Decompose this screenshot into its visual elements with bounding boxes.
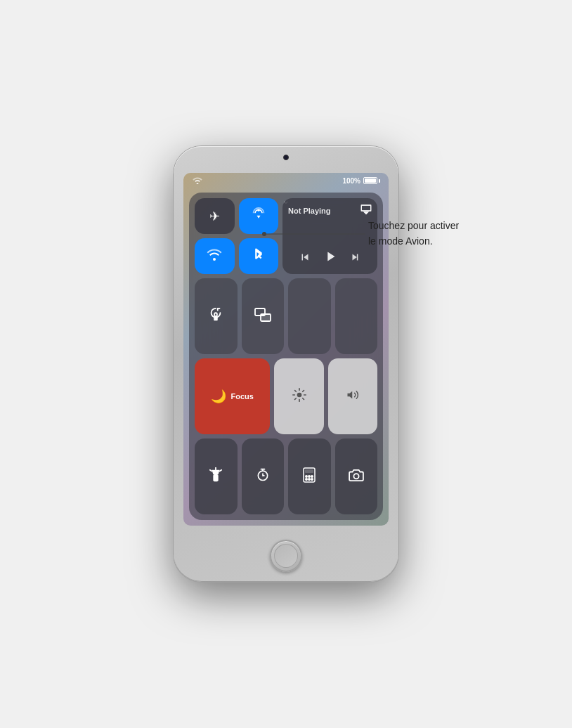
ipod-touch-device: 100% ⌄ [174, 146, 398, 582]
svg-line-19 [210, 469, 212, 471]
svg-line-9 [294, 391, 296, 392]
brightness-icon [292, 388, 306, 405]
svg-rect-16 [214, 474, 219, 481]
screen-mirror-button[interactable] [242, 278, 285, 354]
svg-point-6 [297, 393, 301, 398]
bluetooth-icon [253, 247, 264, 266]
svg-point-27 [308, 475, 310, 476]
svg-line-13 [294, 398, 296, 400]
now-playing-controls [288, 249, 372, 268]
brightness-button[interactable] [274, 358, 323, 434]
svg-point-28 [311, 475, 313, 476]
svg-marker-17 [212, 469, 220, 474]
status-right: 100% [342, 177, 380, 185]
wifi-status-icon [192, 176, 203, 186]
cc-row-bottom [195, 438, 377, 514]
timer-icon [256, 468, 270, 486]
airplane-icon: ✈ [209, 209, 220, 224]
flashlight-button[interactable] [195, 438, 238, 514]
front-camera [283, 155, 289, 160]
play-button[interactable] [323, 249, 338, 268]
svg-rect-3 [214, 315, 219, 320]
moon-icon: 🌙 [211, 389, 226, 404]
callout-text: Touchez pour activer le mode Avion. [365, 218, 551, 249]
svg-line-20 [220, 469, 222, 471]
svg-point-1 [213, 258, 216, 261]
airdrop-icon [252, 207, 266, 225]
now-playing-header: Not Playing [288, 204, 372, 217]
wifi-icon [207, 248, 222, 264]
home-button-inner [274, 544, 298, 568]
callout-annotation: Touchez pour activer le mode Avion. [365, 218, 551, 249]
focus-label: Focus [230, 392, 253, 401]
svg-rect-25 [305, 469, 313, 473]
rotation-lock-icon [208, 307, 223, 326]
svg-line-10 [302, 398, 304, 400]
svg-rect-5 [261, 314, 271, 321]
airplane-mode-button[interactable]: ✈ [195, 198, 235, 234]
focus-button[interactable]: 🌙 Focus [195, 358, 270, 434]
volume-button[interactable] [328, 358, 377, 434]
callout-line [261, 223, 367, 245]
timer-button[interactable] [242, 438, 285, 514]
screen-mirror-icon [254, 308, 271, 325]
next-track-button[interactable] [349, 251, 362, 267]
calculator-icon [303, 467, 316, 486]
flashlight-icon [209, 467, 222, 486]
svg-point-29 [306, 478, 307, 479]
svg-point-26 [306, 475, 307, 476]
empty-button-2 [335, 278, 378, 354]
camera-button[interactable] [335, 438, 378, 514]
svg-point-30 [308, 478, 310, 479]
battery-percent-label: 100% [342, 177, 360, 185]
camera-icon [349, 469, 364, 485]
svg-line-14 [302, 391, 304, 392]
previous-track-button[interactable] [299, 251, 311, 267]
cc-row-middle [195, 278, 377, 354]
svg-point-32 [353, 474, 358, 479]
svg-point-31 [311, 478, 313, 479]
airplay-icon[interactable] [360, 204, 372, 217]
calculator-button[interactable] [288, 438, 331, 514]
empty-button-1 [288, 278, 331, 354]
cc-row-focus: 🌙 Focus [195, 358, 377, 434]
scene: 100% ⌄ [0, 0, 572, 728]
rotation-lock-button[interactable] [195, 278, 238, 354]
svg-marker-15 [347, 391, 352, 399]
svg-rect-2 [361, 205, 370, 211]
device-top-bar [174, 155, 398, 160]
status-bar: 100% [183, 173, 389, 188]
now-playing-title: Not Playing [288, 207, 331, 215]
battery-icon [363, 177, 380, 184]
callout-line2: le mode Avion. [368, 235, 433, 247]
home-button[interactable] [270, 540, 302, 572]
wifi-button[interactable] [195, 238, 235, 274]
callout-line1: Touchez pour activer [368, 220, 459, 231]
volume-icon [345, 389, 360, 404]
